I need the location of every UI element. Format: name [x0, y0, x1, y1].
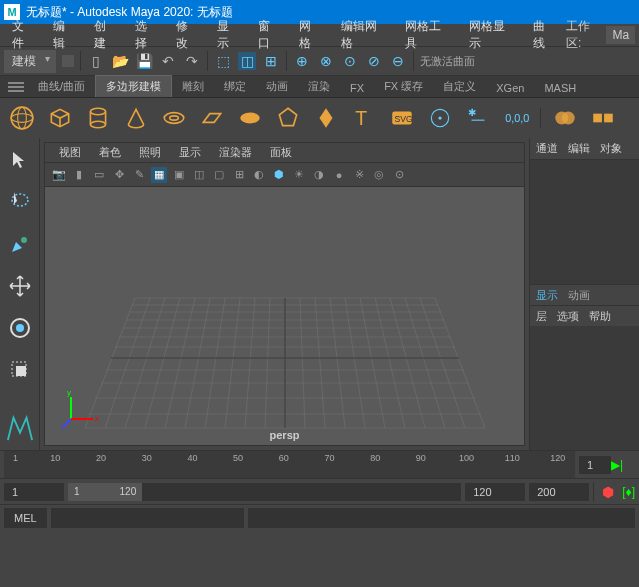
go-to-end-icon[interactable]: ▶| [611, 457, 635, 473]
mode-dropdown[interactable]: 建模 [4, 50, 56, 73]
vp-menu-panels[interactable]: 面板 [262, 143, 300, 162]
set-key-icon[interactable]: [♦] [622, 485, 635, 499]
grease-pencil-icon[interactable]: ✎ [131, 167, 147, 183]
menu-file[interactable]: 文件 [4, 16, 43, 54]
grid-icon[interactable]: ▦ [151, 167, 167, 183]
poly-platonic-icon[interactable] [274, 104, 302, 132]
cmd-lang-dropdown[interactable]: MEL [4, 508, 47, 528]
camera-select-icon[interactable]: 📷 [51, 167, 67, 183]
vp-menu-shading[interactable]: 着色 [91, 143, 129, 162]
shelf-tab-fxcache[interactable]: FX 缓存 [374, 76, 433, 97]
autokey-icon[interactable]: ⬢ [598, 484, 618, 500]
shelf-tab-mash[interactable]: MASH [534, 79, 586, 97]
anim-end-field[interactable]: 200 [529, 483, 589, 501]
cmd-input[interactable] [51, 508, 244, 528]
menu-modify[interactable]: 修改 [168, 16, 207, 54]
snap-curve-icon[interactable]: ⊗ [317, 52, 335, 70]
sub-options[interactable]: 选项 [557, 309, 579, 324]
paint-select-icon[interactable]: ⊞ [262, 52, 280, 70]
rotate-tool[interactable] [6, 314, 34, 342]
scale-tool[interactable] [6, 356, 34, 384]
select-tool-icon[interactable]: ⬚ [214, 52, 232, 70]
svg-icon[interactable]: SVG [388, 104, 416, 132]
poly-cylinder-icon[interactable] [84, 104, 112, 132]
sub-layers[interactable]: 层 [536, 309, 547, 324]
motion-blur-icon[interactable]: ※ [351, 167, 367, 183]
shelf-tab-sculpt[interactable]: 雕刻 [172, 76, 214, 97]
snap-plane-icon[interactable]: ⊘ [365, 52, 383, 70]
isolate-icon[interactable]: ⊙ [391, 167, 407, 183]
textured-icon[interactable]: ⬢ [271, 167, 287, 183]
shelf-tab-rigging[interactable]: 绑定 [214, 76, 256, 97]
construction-plane-icon[interactable] [426, 104, 454, 132]
film-gate-icon[interactable]: ▣ [171, 167, 187, 183]
redo-icon[interactable]: ↷ [183, 52, 201, 70]
undo-icon[interactable]: ↶ [159, 52, 177, 70]
menu-mesh-display[interactable]: 网格显示 [461, 16, 523, 54]
menu-window[interactable]: 窗口 [250, 16, 289, 54]
time-current-field[interactable]: 1 [579, 456, 611, 474]
poly-disc-icon[interactable] [236, 104, 264, 132]
snap-together-icon[interactable]: ✱ [464, 104, 492, 132]
time-ticks[interactable]: 1 10 20 30 40 50 60 70 80 90 100 110 120 [4, 451, 575, 478]
tab-display[interactable]: 显示 [536, 288, 558, 303]
poly-cube-icon[interactable] [46, 104, 74, 132]
separate-icon[interactable] [589, 104, 617, 132]
2d-pan-icon[interactable]: ✥ [111, 167, 127, 183]
save-scene-icon[interactable]: 💾 [135, 52, 153, 70]
sub-help[interactable]: 帮助 [589, 309, 611, 324]
poly-superellipse-icon[interactable] [312, 104, 340, 132]
paint-select-tool[interactable] [6, 230, 34, 258]
shelf-tab-poly[interactable]: 多边形建模 [95, 75, 172, 97]
shelf-tab-anim[interactable]: 动画 [256, 76, 298, 97]
tab-objects[interactable]: 对象 [600, 141, 622, 156]
poly-type-icon[interactable]: T [350, 104, 378, 132]
lasso-tool[interactable] [6, 188, 34, 216]
shelf-menu-icon[interactable] [4, 82, 28, 92]
menu-mesh[interactable]: 网格 [291, 16, 330, 54]
shelf-tab-render[interactable]: 渲染 [298, 76, 340, 97]
shelf-tab-custom[interactable]: 自定义 [433, 76, 486, 97]
tab-edit[interactable]: 编辑 [568, 141, 590, 156]
menu-display[interactable]: 显示 [209, 16, 248, 54]
lights-icon[interactable]: ☀ [291, 167, 307, 183]
mode-swatch[interactable] [62, 55, 74, 67]
tab-channels[interactable]: 通道 [536, 141, 558, 156]
poly-torus-icon[interactable] [160, 104, 188, 132]
tab-anim[interactable]: 动画 [568, 288, 590, 303]
select-tool[interactable] [6, 146, 34, 174]
resolution-gate-icon[interactable]: ◫ [191, 167, 207, 183]
menu-edit-mesh[interactable]: 编辑网格 [333, 16, 395, 54]
viewport[interactable]: y x z persp [45, 187, 524, 445]
menu-edit[interactable]: 编辑 [45, 16, 84, 54]
combine-icon[interactable] [551, 104, 579, 132]
snap-point-icon[interactable]: ⊙ [341, 52, 359, 70]
workspace-value[interactable]: Ma [606, 26, 635, 44]
snap-grid-icon[interactable]: ⊕ [293, 52, 311, 70]
playback-end-field[interactable]: 120 [465, 483, 525, 501]
gate-mask-icon[interactable]: ▢ [211, 167, 227, 183]
lasso-tool-icon[interactable]: ◫ [238, 52, 256, 70]
vp-menu-renderer[interactable]: 渲染器 [211, 143, 260, 162]
vp-menu-view[interactable]: 视图 [51, 143, 89, 162]
shelf-tab-xgen[interactable]: XGen [486, 79, 534, 97]
range-bar[interactable]: 1 120 [68, 483, 461, 501]
menu-create[interactable]: 创建 [86, 16, 125, 54]
open-scene-icon[interactable]: 📂 [111, 52, 129, 70]
image-plane-icon[interactable]: ▭ [91, 167, 107, 183]
wireframe-icon[interactable]: ⊞ [231, 167, 247, 183]
shelf-tab-curves[interactable]: 曲线/曲面 [28, 76, 95, 97]
menu-curves[interactable]: 曲线 [525, 16, 564, 54]
poly-plane-icon[interactable] [198, 104, 226, 132]
shadows-icon[interactable]: ◑ [311, 167, 327, 183]
shelf-tab-fx[interactable]: FX [340, 79, 374, 97]
anim-start-field[interactable]: 1 [4, 483, 64, 501]
poly-cone-icon[interactable] [122, 104, 150, 132]
maya-home-icon[interactable] [6, 414, 34, 442]
new-scene-icon[interactable]: ▯ [87, 52, 105, 70]
shaded-icon[interactable]: ◐ [251, 167, 267, 183]
vp-menu-lighting[interactable]: 照明 [131, 143, 169, 162]
ao-icon[interactable]: ● [331, 167, 347, 183]
bookmark-icon[interactable]: ▮ [71, 167, 87, 183]
time-slider[interactable]: 1 10 20 30 40 50 60 70 80 90 100 110 120… [0, 450, 639, 478]
